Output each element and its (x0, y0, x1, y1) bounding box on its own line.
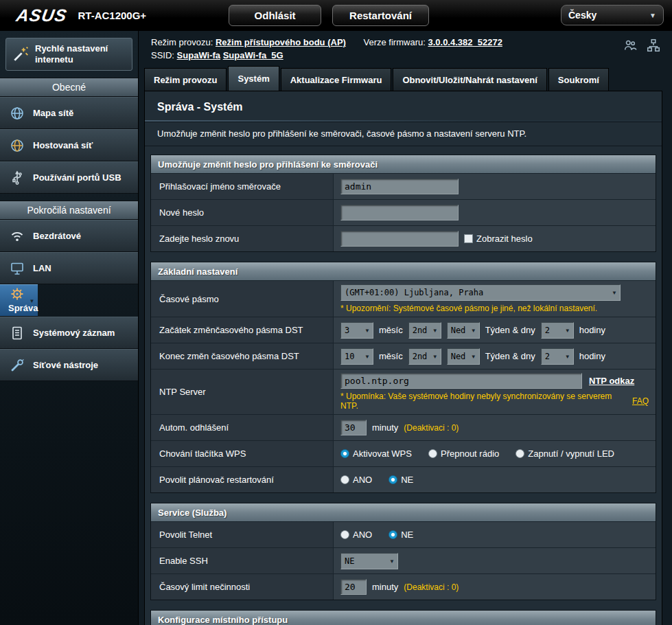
sidebar-item-label: LAN (33, 263, 51, 273)
radio-off-icon[interactable] (515, 449, 524, 458)
usb-icon (8, 169, 26, 187)
reboot-scheduler-no[interactable]: NE (389, 475, 413, 485)
clients-icon[interactable] (623, 38, 638, 53)
row-timezone: Časové pásmo (GMT+01:00) Ljubljana, Prah… (151, 280, 656, 317)
idle-timeout-hint: (Deaktivaci : 0) (404, 582, 459, 592)
wps-behavior-label: Chování tlačítka WPS (151, 441, 334, 466)
tab-firmware-upgrade[interactable]: Aktualizace Firmwaru (281, 68, 392, 91)
service-section-title: Service (Služba) (151, 503, 656, 521)
sidebar-item-label: Síťové nástroje (33, 360, 98, 370)
dst-week-text: Týden & dny (485, 325, 535, 335)
lan-icon (8, 260, 26, 277)
retype-password-input[interactable] (340, 231, 459, 247)
row-dst-end: Konec změn časového pásma DST 10 měsíc 2… (151, 343, 656, 369)
network-map-icon (8, 104, 26, 122)
show-password-checkbox[interactable] (464, 234, 473, 243)
operation-mode-label: Režim provozu: (151, 37, 213, 47)
sidebar-item-system-log[interactable]: Systémový záznam (0, 317, 138, 349)
status-line-ssid: SSID: SupaWi-fa SupaWi-fa_5G (151, 50, 672, 60)
password-section-title: Umožňuje změnit heslo pro přihlášení ke … (151, 155, 656, 173)
dst-end-month-select[interactable]: 10 (340, 348, 373, 365)
row-ntp-server: NTP Server NTP odkaz * Upomínka: Vaše sy… (151, 369, 656, 414)
ssh-label: Enable SSH (151, 548, 334, 573)
tab-privacy[interactable]: Soukromí (548, 68, 609, 91)
no-label: NE (401, 475, 413, 485)
wps-option-label: Zapnutí / vypnutí LED (528, 448, 614, 459)
retype-password-label: Zadejte heslo znovu (151, 226, 334, 251)
reboot-scheduler-yes[interactable]: ANO (340, 475, 372, 485)
status-icons (623, 38, 661, 53)
page-title: Správa - Systém (145, 91, 662, 117)
sidebar-item-quick-setup[interactable]: Rychlé nastavení internetu (5, 38, 132, 71)
wps-option-label: Aktivovat WPS (353, 448, 412, 459)
wps-option-toggle-radio[interactable]: Přepnout rádio (428, 448, 499, 459)
dst-end-label: Konec změn časového pásma DST (151, 343, 334, 369)
auto-logout-hint: (Deaktivaci : 0) (404, 423, 459, 433)
operation-mode-link[interactable]: Režim přístupového bodu (AP) (216, 37, 346, 47)
telnet-no[interactable]: NE (389, 530, 413, 540)
login-name-input[interactable] (340, 179, 459, 194)
ssid-24g-link[interactable]: SupaWi-fa (177, 50, 220, 60)
logout-button[interactable]: Odhlásit (229, 5, 321, 26)
language-label: Česky (568, 10, 596, 21)
telnet-yes[interactable]: ANO (340, 530, 372, 540)
tab-operation-mode[interactable]: Režim provozu (144, 68, 227, 91)
firmware-version-link[interactable]: 3.0.0.4.382_52272 (428, 37, 502, 47)
radio-off-icon[interactable] (340, 475, 349, 484)
password-section: Umožňuje změnit heslo pro přihlášení ke … (150, 155, 656, 252)
dst-end-hour-select[interactable]: 2 (541, 348, 574, 365)
dst-start-hour-select[interactable]: 2 (541, 322, 574, 339)
auto-logout-input[interactable] (340, 420, 367, 435)
dst-end-hour-wrap: 2 (541, 348, 574, 365)
ntp-server-input[interactable] (340, 373, 582, 389)
idle-timeout-input[interactable] (340, 579, 367, 595)
row-new-password: Nové heslo (151, 199, 656, 225)
radio-on-icon[interactable] (340, 449, 349, 458)
router-model: RT-AC1200G+ (78, 10, 146, 21)
show-password-option[interactable]: Zobrazit heslo (464, 234, 533, 244)
idle-timeout-unit: minuty (372, 582, 398, 592)
wps-option-activate[interactable]: Aktivovat WPS (340, 448, 412, 459)
language-dropdown[interactable]: Česky ▼ (561, 5, 664, 25)
sidebar-item-usb-application[interactable]: Používání portů USB (0, 161, 138, 194)
ntp-link[interactable]: NTP odkaz (589, 376, 634, 386)
sidebar-item-guest-network[interactable]: Hostovaná síť (0, 129, 138, 161)
sidebar-item-label: Hostovaná síť (33, 140, 93, 150)
radio-off-icon[interactable] (428, 449, 437, 458)
dst-end-week-select[interactable]: 2nd (408, 348, 441, 365)
radio-off-icon[interactable] (340, 530, 349, 539)
dst-start-week-select[interactable]: 2nd (408, 322, 441, 339)
dst-start-day-wrap: Ned (447, 322, 480, 339)
dst-start-day-select[interactable]: Ned (447, 322, 480, 339)
dst-start-month-select[interactable]: 3 (340, 322, 373, 339)
sidebar-item-wireless[interactable]: Bezdrátové (0, 220, 138, 252)
sidebar-item-lan[interactable]: LAN (0, 252, 138, 284)
sidebar-item-network-map[interactable]: Mapa sítě (0, 97, 138, 129)
dst-month-text: měsíc (379, 325, 403, 335)
timezone-warning-note: * Upozornění: Systémové časové pásmo je … (340, 304, 597, 313)
ssid-5g-link[interactable]: SupaWi-fa_5G (223, 50, 283, 60)
wps-option-led[interactable]: Zapnutí / vypnutí LED (515, 448, 614, 459)
row-dst-start: Začátek změnčasového pásma DST 3 měsíc 2… (151, 317, 656, 343)
ntp-faq-link[interactable]: FAQ (632, 396, 649, 406)
page-description: Umožňuje změnit heslo pro přihlášení ke … (145, 122, 662, 146)
tab-restore-save-upload[interactable]: Obnovit/Uložit/Nahrát nastavení (393, 68, 546, 91)
sidebar-header-advanced: Pokročilá nastavení (0, 201, 138, 220)
timezone-label: Časové pásmo (151, 281, 334, 317)
radio-on-icon[interactable] (389, 475, 397, 484)
reboot-button[interactable]: Restartování (332, 5, 429, 26)
timezone-select[interactable]: (GMT+01:00) Ljubljana, Praha (340, 284, 621, 301)
sidebar-item-administration[interactable]: Správa (0, 284, 38, 317)
sidebar-item-label: Bezdrátové (33, 231, 81, 241)
tab-system[interactable]: Systém (228, 66, 279, 91)
show-password-label: Zobrazit heslo (476, 234, 533, 244)
status-line-mode: Režim provozu: Režim přístupového bodu (… (151, 37, 672, 47)
network-devices-icon[interactable] (646, 38, 661, 53)
radio-on-icon[interactable] (389, 530, 397, 539)
yes-label: ANO (353, 530, 372, 540)
new-password-input[interactable] (340, 205, 459, 220)
ssh-select[interactable]: NE (340, 553, 398, 569)
sidebar-item-network-tools[interactable]: Síťové nástroje (0, 349, 138, 381)
dst-end-day-select[interactable]: Ned (447, 348, 480, 365)
local-access-section: Konfigurace místního přístupu (150, 610, 656, 625)
